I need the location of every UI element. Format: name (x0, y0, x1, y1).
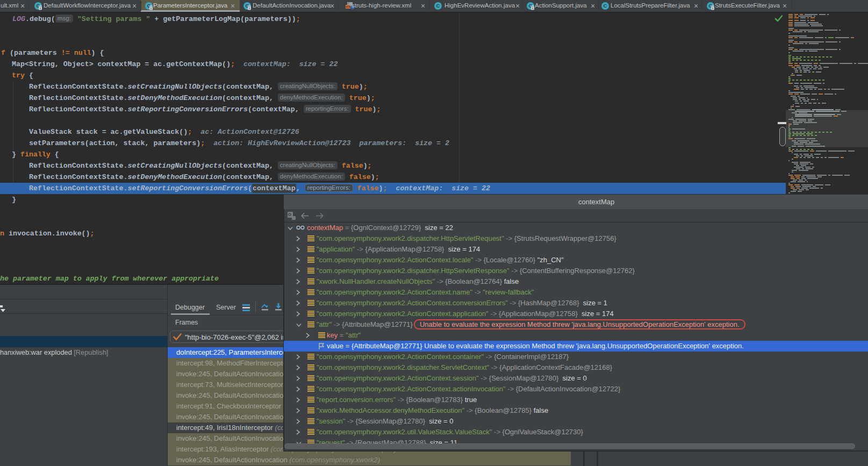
svg-text:C: C (436, 3, 440, 9)
svg-text:<>: <> (346, 5, 350, 9)
svg-text:C: C (604, 3, 607, 9)
